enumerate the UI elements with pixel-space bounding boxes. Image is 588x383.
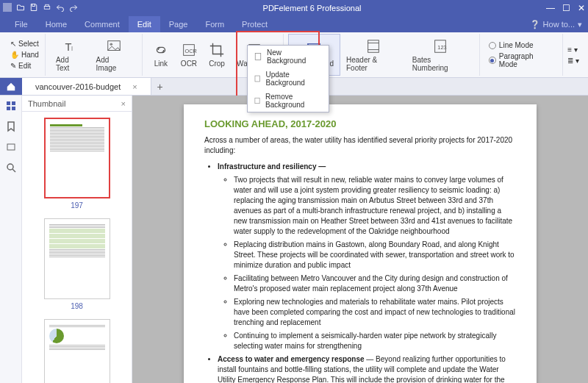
svg-rect-19 bbox=[7, 101, 10, 105]
open-icon[interactable] bbox=[16, 3, 25, 13]
menu-form[interactable]: Form bbox=[196, 16, 233, 32]
app-title: PDFelement 6 Professional bbox=[78, 4, 546, 12]
thumbnail-page[interactable] bbox=[44, 319, 110, 383]
thumbnail-list[interactable]: 197 198 199 bbox=[22, 112, 132, 383]
hand-tool[interactable]: ✋Hand bbox=[9, 50, 40, 60]
page-icon bbox=[254, 52, 262, 61]
thumbnails-icon[interactable] bbox=[5, 100, 17, 112]
text-icon: TI bbox=[62, 38, 78, 54]
menubar: File Home Comment Edit Page Form Protect… bbox=[0, 16, 588, 32]
crop-icon bbox=[209, 42, 225, 58]
search-icon[interactable] bbox=[5, 162, 17, 173]
thumbnail-item[interactable]: 199 bbox=[22, 319, 132, 383]
page-heading: LOOKING AHEAD, 2017-2020 bbox=[204, 118, 516, 131]
hand-icon: ✋ bbox=[10, 51, 19, 59]
add-image-button[interactable]: Add Image bbox=[90, 34, 137, 76]
menu-comment[interactable]: Comment bbox=[76, 16, 129, 32]
maximize-button[interactable]: ☐ bbox=[562, 3, 570, 13]
thumbnail-item[interactable]: 197 bbox=[22, 118, 132, 210]
edit-icon: ✎ bbox=[10, 62, 16, 70]
bates-button[interactable]: 123 Bates Numbering bbox=[406, 34, 475, 76]
link-button[interactable]: Link bbox=[147, 34, 175, 76]
lead-paragraph: Across a number of areas, the water util… bbox=[204, 135, 516, 156]
thumbnail-header: Thumbnail × bbox=[22, 96, 132, 112]
list-item: Continuing to implement a seismically-ha… bbox=[234, 331, 516, 351]
workspace: Thumbnail × 197 198 bbox=[0, 96, 588, 383]
svg-point-24 bbox=[7, 164, 13, 170]
attachment-icon[interactable] bbox=[5, 141, 17, 153]
list-item: Exploring new technologies and materials… bbox=[234, 297, 516, 328]
new-background-item[interactable]: New Background bbox=[248, 46, 329, 68]
document-area[interactable]: LOOKING AHEAD, 2017-2020 Across a number… bbox=[132, 96, 588, 383]
header-footer-icon bbox=[365, 38, 381, 54]
edit-mode-group: Line Mode Paragraph Mode bbox=[484, 38, 558, 71]
add-tab-button[interactable]: + bbox=[151, 81, 169, 93]
svg-point-6 bbox=[110, 43, 112, 46]
svg-rect-22 bbox=[12, 107, 15, 110]
link-icon bbox=[153, 42, 169, 58]
image-icon bbox=[106, 38, 122, 54]
thumbnail-item[interactable]: 198 bbox=[22, 218, 132, 310]
selection-tools: ↖Select ✋Hand ✎Edit bbox=[9, 39, 40, 71]
thumbnail-page[interactable] bbox=[44, 118, 110, 198]
line-mode-radio[interactable]: Line Mode bbox=[489, 41, 553, 49]
list-item: Facilitating between Metro Vancouver and… bbox=[234, 273, 516, 294]
undo-icon[interactable] bbox=[56, 3, 65, 13]
menu-file[interactable]: File bbox=[6, 16, 37, 32]
svg-rect-2 bbox=[46, 4, 49, 6]
indent-icon[interactable]: ≡ ▾ bbox=[567, 46, 579, 54]
list-item: Access to water and emergency response —… bbox=[218, 354, 516, 383]
save-icon[interactable] bbox=[29, 3, 38, 13]
page-icon bbox=[254, 74, 262, 83]
page-icon bbox=[254, 96, 261, 105]
crop-button[interactable]: Crop bbox=[203, 34, 231, 76]
update-background-item[interactable]: Update Background bbox=[248, 68, 329, 90]
thumbnail-panel: Thumbnail × 197 198 bbox=[22, 96, 132, 383]
list-item: Infrastructure and resiliency — Two proj… bbox=[218, 162, 516, 351]
svg-text:OCR: OCR bbox=[184, 48, 196, 54]
menu-howto[interactable]: ❔ How to... ▾ bbox=[530, 20, 582, 29]
svg-text:I: I bbox=[71, 44, 74, 51]
select-tool[interactable]: ↖Select bbox=[9, 39, 40, 49]
svg-rect-21 bbox=[7, 107, 10, 110]
redo-icon[interactable] bbox=[69, 3, 78, 13]
minimize-button[interactable]: — bbox=[546, 3, 555, 13]
svg-rect-23 bbox=[7, 144, 15, 150]
ocr-button[interactable]: OCR OCR bbox=[175, 34, 203, 76]
svg-rect-0 bbox=[3, 3, 12, 12]
menu-protect[interactable]: Protect bbox=[233, 16, 276, 32]
paragraph-mode-radio[interactable]: Paragraph Mode bbox=[489, 52, 553, 68]
svg-line-25 bbox=[12, 169, 15, 172]
home-chip[interactable] bbox=[0, 78, 22, 95]
print-icon[interactable] bbox=[43, 3, 51, 13]
document-page: LOOKING AHEAD, 2017-2020 Across a number… bbox=[184, 104, 537, 383]
help-icon: ❔ bbox=[530, 20, 540, 29]
bookmark-icon[interactable] bbox=[5, 121, 17, 132]
close-button[interactable]: ✕ bbox=[578, 3, 585, 13]
titlebar: PDFelement 6 Professional — ☐ ✕ bbox=[0, 0, 588, 16]
outdent-icon[interactable]: ≣ ▾ bbox=[567, 57, 579, 65]
quick-access-toolbar bbox=[3, 3, 78, 13]
window-buttons: — ☐ ✕ bbox=[546, 3, 585, 13]
menu-page[interactable]: Page bbox=[160, 16, 197, 32]
bullet-list: Infrastructure and resiliency — Two proj… bbox=[204, 162, 516, 383]
header-footer-button[interactable]: Header & Footer bbox=[340, 34, 406, 76]
svg-text:123: 123 bbox=[438, 43, 447, 50]
close-panel-icon[interactable]: × bbox=[121, 99, 126, 108]
edit-tool[interactable]: ✎Edit bbox=[9, 61, 40, 71]
cursor-icon: ↖ bbox=[10, 40, 16, 48]
list-item: Replacing distribution mains in Gastown,… bbox=[234, 240, 516, 271]
remove-background-item[interactable]: Remove Background bbox=[248, 90, 329, 112]
ocr-icon: OCR bbox=[181, 42, 197, 58]
menu-home[interactable]: Home bbox=[37, 16, 76, 32]
svg-rect-18 bbox=[255, 98, 259, 104]
menu-edit[interactable]: Edit bbox=[129, 16, 160, 32]
file-tab[interactable]: vancouver-2016-budget × bbox=[22, 78, 151, 95]
add-text-button[interactable]: TI Add Text bbox=[50, 34, 90, 76]
svg-rect-17 bbox=[255, 76, 260, 82]
home-icon bbox=[6, 82, 16, 92]
thumbnail-page[interactable] bbox=[44, 218, 110, 299]
svg-rect-16 bbox=[255, 54, 260, 60]
svg-rect-11 bbox=[368, 40, 379, 52]
close-tab-icon[interactable]: × bbox=[132, 82, 137, 91]
